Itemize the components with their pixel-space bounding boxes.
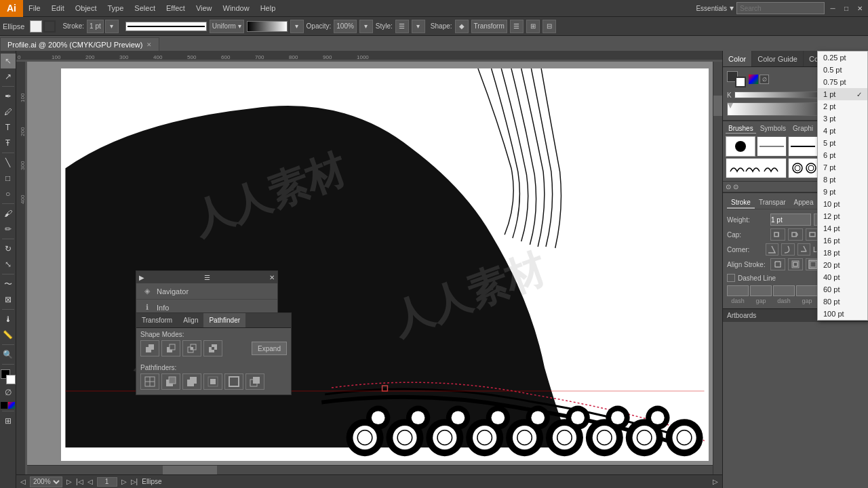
prev-artboard-btn[interactable]: |◁ [76,478,83,485]
menu-effect[interactable]: Effect [161,0,191,16]
dd-item-60[interactable]: 60 pt [818,283,867,296]
dd-item-3[interactable]: 3 pt [818,113,867,125]
dd-item-16[interactable]: 16 pt [818,235,867,247]
dd-item-80[interactable]: 80 pt [818,296,867,308]
dd-item-8[interactable]: 8 pt [818,174,867,186]
tool-zoom[interactable]: 🔍 [1,347,16,362]
pp-tab-align[interactable]: Align [178,313,203,327]
menu-help[interactable]: Help [255,0,281,16]
tool-rectangle[interactable]: □ [1,171,16,186]
tool-pen[interactable]: ✒ [1,89,16,104]
align-inside-btn[interactable] [788,258,803,270]
dd-item-40[interactable]: 40 pt [818,271,867,283]
zoom-out-btn[interactable]: ◁ [20,478,26,485]
tool-artboard[interactable]: ⊞ [1,413,16,428]
stroke-swatch[interactable] [43,20,56,33]
cap-butt-btn[interactable] [770,228,785,241]
scrollbar-thumb-bottom[interactable] [163,466,217,474]
align-center-btn[interactable] [770,258,785,270]
tool-line[interactable]: ╲ [1,155,16,170]
close-button[interactable]: ✕ [854,3,865,14]
menu-object[interactable]: Object [70,0,102,16]
tool-direct-select[interactable]: ↗ [1,69,16,84]
dd-item-6[interactable]: 6 pt [818,149,867,161]
transform-options-btn[interactable]: ☰ [510,20,524,33]
outline-btn[interactable] [224,373,243,390]
floating-panel-menu[interactable]: ☰ [204,274,210,281]
shape-btn[interactable]: ◆ [455,20,469,33]
zoom-select[interactable]: 200% [30,476,62,487]
stroke-weight-display[interactable]: 1 pt [87,20,104,33]
gap-1-input[interactable] [750,285,772,296]
dash-1-input[interactable] [727,285,749,296]
dd-item-12[interactable]: 12 pt [818,210,867,222]
dd-item-18[interactable]: 18 pt [818,247,867,259]
nav-item-navigator[interactable]: ◈ Navigator [136,283,277,300]
dd-item-05[interactable]: 0.5 pt [818,64,867,76]
align-btn[interactable]: ⊟ [542,20,556,33]
stroke-tab-stroke[interactable]: Stroke [727,197,755,209]
trim-btn[interactable] [161,373,180,390]
tool-curvature[interactable]: 🖊 [1,104,16,119]
fill-swatch[interactable] [30,20,42,33]
tab-close-btn[interactable]: ✕ [146,41,152,48]
color-tab[interactable]: Color [723,51,752,66]
search-input[interactable] [736,2,825,14]
menu-type[interactable]: Type [102,0,130,16]
brush-round[interactable] [726,136,755,157]
zoom-in-btn[interactable]: ▷ [66,478,72,485]
menu-select[interactable]: Select [129,0,161,16]
last-artboard-btn[interactable]: ▷| [131,478,138,485]
dd-item-5[interactable]: 5 pt [818,137,867,149]
tool-measure[interactable]: 📏 [1,327,16,342]
brush-line2[interactable] [788,136,818,157]
fill-dropdown-btn[interactable]: ▾ [290,20,304,33]
scrollbar-bottom[interactable] [27,465,713,474]
dd-item-4[interactable]: 4 pt [818,125,867,137]
stroke-indicator[interactable] [735,77,746,87]
style-dropdown-btn[interactable]: ▾ [412,20,425,33]
menu-view[interactable]: View [191,0,218,16]
menu-window[interactable]: Window [218,0,255,16]
tool-warp[interactable]: 〜 [1,277,16,291]
tool-select[interactable]: ↖ [1,54,16,68]
gradient-marker[interactable] [728,103,733,108]
divide-btn[interactable] [140,373,159,390]
corner-bevel-btn[interactable] [797,243,811,256]
minimize-button[interactable]: ─ [827,3,838,14]
dd-item-10[interactable]: 10 pt [818,198,867,210]
workspace-dropdown-icon[interactable]: ▾ [730,3,734,13]
dd-item-075[interactable]: 0.75 pt [818,76,867,88]
weight-input[interactable] [770,214,811,226]
unite-btn[interactable] [140,340,159,357]
style-btn[interactable]: ☰ [395,20,409,33]
tool-paintbrush[interactable]: 🖌 [1,206,16,221]
gradient-btn[interactable] [8,402,15,409]
dd-item-1[interactable]: 1 pt ✓ [818,88,867,100]
dd-item-100[interactable]: 100 pt [818,308,867,320]
tool-touch-type[interactable]: Ŧ [1,136,16,150]
exclude-btn[interactable] [203,340,222,357]
crop-btn[interactable] [203,373,222,390]
tool-eyedropper[interactable]: 🌡 [1,312,16,327]
floating-panel-close[interactable]: ✕ [269,274,275,281]
symbols-tab[interactable]: Symbols [757,124,789,134]
minus-back-btn[interactable] [245,373,264,390]
intersect-btn[interactable] [182,340,201,357]
gradient-icon[interactable] [749,75,758,84]
tool-rotate[interactable]: ↻ [1,241,16,256]
expand-button[interactable]: Expand [252,342,287,355]
background-color[interactable] [6,375,16,384]
tab-profile[interactable]: Profile.ai @ 200% (CMYK/GPU Preview) ✕ [0,37,159,51]
pp-tab-pathfinder[interactable]: Pathfinder [203,313,245,327]
opacity-value[interactable]: 100% [334,20,357,33]
scrollbar-right[interactable] [713,62,722,474]
artboard-input[interactable] [97,477,117,487]
prev-artboard-btn2[interactable]: ◁ [87,478,93,485]
none-icon[interactable]: ∅ [760,75,769,84]
dash-2-input[interactable] [773,285,795,296]
cap-round-btn[interactable] [788,228,803,241]
dashed-checkbox[interactable] [727,274,735,282]
color-guide-tab[interactable]: Color Guide [752,51,804,66]
transform-btn[interactable]: Transform [471,20,507,33]
